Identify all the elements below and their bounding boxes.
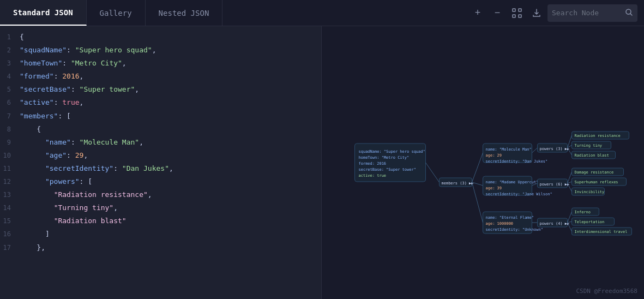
json-line-13: 13 "Radiation resistance", (0, 188, 321, 201)
svg-text:secretBase: "Super tower": secretBase: "Super tower" (359, 168, 416, 172)
svg-text:Damage resistance: Damage resistance (575, 170, 614, 175)
svg-text:age: 1000000: age: 1000000 (486, 222, 514, 226)
svg-line-55 (568, 183, 572, 192)
tab-standard-json[interactable]: Standard JSON (0, 0, 87, 26)
svg-rect-0 (513, 9, 515, 11)
svg-text:secretIdentity: "Unknown": secretIdentity: "Unknown" (486, 228, 543, 232)
svg-text:Superhuman reflexes: Superhuman reflexes (575, 180, 618, 184)
graph-view[interactable]: squadName: "Super hero squad" homeTown: … (322, 26, 644, 299)
main-content: 1 { 2 "squadName": "Super hero squad", 3… (0, 26, 644, 299)
search-node-container (547, 4, 637, 22)
svg-line-58 (568, 212, 572, 223)
svg-line-31 (532, 148, 538, 153)
json-line-4: 4 "formed": 2016, (0, 70, 321, 83)
json-line-8: 8 { (0, 123, 321, 136)
svg-line-64 (568, 223, 572, 231)
svg-text:active: true: active: true (359, 174, 387, 178)
svg-rect-2 (513, 15, 515, 17)
tab-nested-json[interactable]: Nested JSON (146, 0, 223, 26)
svg-text:name: "Eternal Flame": name: "Eternal Flame" (486, 216, 534, 220)
graph-svg: squadName: "Super hero squad" homeTown: … (322, 26, 644, 299)
svg-rect-3 (519, 15, 521, 17)
svg-text:powers (3) ▶▶: powers (3) ▶▶ (540, 147, 570, 151)
svg-line-49 (568, 172, 572, 183)
svg-text:powers (4) ▶▶: powers (4) ▶▶ (540, 222, 570, 226)
json-line-17: 17 }, (0, 241, 321, 254)
watermark: CSDN @Freedom3568 (576, 288, 637, 295)
json-line-9: 9 "name": "Molecule Man", (0, 136, 321, 149)
svg-line-26 (472, 153, 483, 182)
search-node-input[interactable] (552, 9, 623, 17)
svg-text:secretIdentity: "Jane Wilson": secretIdentity: "Jane Wilson" (486, 192, 552, 196)
svg-text:Radiation resistance: Radiation resistance (575, 134, 621, 138)
download-icon (532, 8, 541, 18)
json-line-2: 2 "squadName": "Super hero squad", (0, 44, 321, 57)
svg-text:homeTown: "Metro City": homeTown: "Metro City" (359, 156, 410, 160)
svg-text:Invincibility: Invincibility (575, 190, 605, 194)
svg-text:Inferno: Inferno (575, 210, 591, 214)
search-submit-button[interactable] (623, 8, 633, 18)
svg-text:members (3) ▶▶: members (3) ▶▶ (442, 181, 474, 186)
download-button[interactable] (528, 4, 545, 22)
add-node-button[interactable]: + (469, 4, 486, 22)
svg-line-13 (426, 163, 440, 182)
svg-rect-1 (519, 9, 521, 11)
focus-button[interactable] (508, 4, 526, 22)
svg-line-28 (472, 182, 483, 223)
focus-icon (512, 8, 522, 18)
svg-text:secretIdentity: "Dan Jukes": secretIdentity: "Dan Jukes" (486, 159, 548, 164)
svg-text:age: 39: age: 39 (486, 186, 502, 190)
json-line-12: 12 "powers": [ (0, 175, 321, 188)
json-line-1: 1 { (0, 31, 321, 44)
toolbar-right: + − (462, 0, 644, 26)
svg-text:age: 29: age: 29 (486, 153, 502, 158)
tab-bar: Standard JSON Gallery Nested JSON + − (0, 0, 644, 26)
json-line-7: 7 "members": [ (0, 110, 321, 123)
json-line-15: 15 "Radiation blast" (0, 214, 321, 228)
svg-text:name: "Molecule Man": name: "Molecule Man" (486, 147, 532, 152)
json-line-10: 10 "age": 29, (0, 149, 321, 162)
json-line-16: 16 ] (0, 228, 321, 241)
svg-text:Interdimensional travel: Interdimensional travel (575, 230, 628, 234)
svg-text:Radiation blast: Radiation blast (575, 153, 609, 158)
svg-line-40 (568, 135, 572, 148)
remove-node-button[interactable]: − (489, 4, 506, 22)
svg-text:powers (6) ▶▶: powers (6) ▶▶ (540, 182, 570, 187)
json-editor: 1 { 2 "squadName": "Super hero squad", 3… (0, 26, 322, 299)
svg-text:Turning tiny: Turning tiny (575, 143, 603, 148)
svg-line-46 (568, 148, 572, 155)
tab-gallery[interactable]: Gallery (87, 0, 146, 26)
svg-text:squadName: "Super hero squad": squadName: "Super hero squad" (359, 150, 425, 154)
json-line-11: 11 "secretIdentity": "Dan Jukes", (0, 162, 321, 175)
json-line-3: 3 "homeTown": "Metro City", (0, 57, 321, 70)
json-line-6: 6 "active": true, (0, 96, 321, 109)
json-line-5: 5 "secretBase": "Super tower", (0, 83, 321, 96)
svg-text:Teleportation: Teleportation (575, 220, 605, 224)
search-icon (625, 8, 633, 16)
json-scroll[interactable]: 1 { 2 "squadName": "Super hero squad", 3… (0, 26, 321, 299)
svg-text:formed: 2016: formed: 2016 (359, 162, 387, 166)
svg-text:name: "Madame Uppercut": name: "Madame Uppercut" (486, 180, 539, 184)
json-line-14: 14 "Turning tiny", (0, 201, 321, 214)
